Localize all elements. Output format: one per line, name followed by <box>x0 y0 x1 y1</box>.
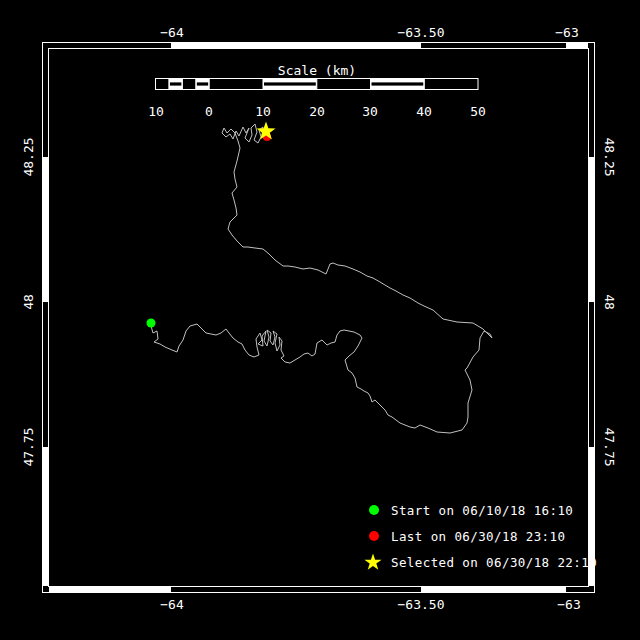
track-path <box>151 124 492 433</box>
legend-selected-star-icon <box>364 554 381 570</box>
top-axis-label: −63 <box>555 26 578 40</box>
scale-bar <box>156 79 479 90</box>
left-axis-label: 48.25 <box>22 137 36 176</box>
right-axis-label: 48.25 <box>602 137 616 176</box>
legend-last-circle-icon <box>369 531 379 541</box>
scale-tick-label: 10 <box>255 104 271 119</box>
legend-start-circle-icon <box>369 505 379 515</box>
left-axis-label: 48 <box>22 294 36 310</box>
scale-tick-label: 0 <box>205 104 213 119</box>
map-plot <box>0 0 640 640</box>
legend-item-start: Start on 06/10/18 16:10 <box>391 503 573 518</box>
top-axis-label: −64 <box>160 26 183 40</box>
tracking-map-window: −64 −63.50 −63 −64 −63.50 −63 48.25 48 4… <box>0 0 640 640</box>
start-marker <box>147 319 156 328</box>
legend-item-selected: Selected on 06/30/18 22:10 <box>391 555 597 570</box>
top-axis-label: −63.50 <box>398 26 445 40</box>
bottom-axis-label: −63 <box>557 598 580 612</box>
right-axis-label: 47.75 <box>602 427 616 466</box>
bottom-axis-label: −63.50 <box>398 598 445 612</box>
left-axis-label: 47.75 <box>22 427 36 466</box>
scale-tick-label: 20 <box>309 104 325 119</box>
scale-bar-title: Scale (km) <box>278 63 356 78</box>
scale-tick-label: 10 <box>148 104 164 119</box>
scale-tick-label: 30 <box>362 104 378 119</box>
scale-bar-filled-cells <box>169 79 424 90</box>
scale-tick-label: 40 <box>416 104 432 119</box>
legend-item-last: Last on 06/30/18 23:10 <box>391 529 565 544</box>
right-axis-label: 48 <box>602 294 616 310</box>
bottom-axis-label: −64 <box>160 598 183 612</box>
scale-tick-label: 50 <box>470 104 486 119</box>
